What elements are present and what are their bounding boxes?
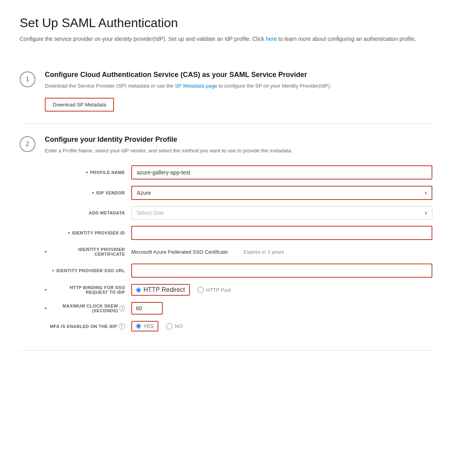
max-clock-input-cell [131,299,432,318]
add-metadata-select-wrapper: Select One ∨ [131,206,432,220]
section-2: 2 Configure your Identity Provider Profi… [20,124,432,347]
idp-cert-label-cell: • IDENTITY PROVIDER CERTIFICATE [45,243,131,260]
section-2-content: Configure your Identity Provider Profile… [45,135,432,335]
idp-sso-label-cell: • IDENTITY PROVIDER SSO URL [45,264,131,278]
mfa-no-option: NO [166,323,183,330]
http-post-radio[interactable] [198,287,204,293]
http-binding-required: • [45,287,47,293]
mfa-no-radio[interactable] [166,323,173,330]
idp-sso-required: • [52,267,54,274]
step-2-number: 2 [26,141,29,148]
http-redirect-option: HTTP Redirect [131,284,190,296]
cert-name: Microsoft Azure Federated SSO Certificat… [131,249,228,255]
section-1-desc: Download the Service Provider (SP) metad… [45,82,432,90]
page-title: Set Up SAML Authentication [20,16,432,30]
section-1-content: Configure Cloud Authentication Service (… [45,71,432,112]
http-redirect-radio[interactable] [136,287,141,293]
idp-sso-input-cell [131,260,432,281]
cert-expiry: Expires in 3 years [244,249,284,255]
add-metadata-select[interactable]: Select One [131,206,432,220]
max-clock-label-cell: • MAXIMUM CLOCK SKEW (SECONDS) i [45,300,131,317]
profile-name-input-cell [131,162,432,183]
http-binding-input-cell: HTTP Redirect HTTP Post [131,281,432,299]
max-clock-required: • [45,305,47,311]
profile-name-label: PROFILE NAME [90,170,125,175]
idp-cert-label: IDENTITY PROVIDER CERTIFICATE [49,247,125,256]
idp-vendor-required: • [92,190,94,196]
mfa-label-with-info: MFA IS ENABLED ON THE IDP i [50,323,125,330]
add-metadata-label: ADD METADATA [89,211,125,215]
mfa-label-cell: MFA IS ENABLED ON THE IDP i [45,319,131,333]
idp-cert-required: • [45,249,47,255]
desc-link[interactable]: here [266,36,277,42]
section-2-title: Configure your Identity Provider Profile [45,135,432,144]
http-binding-radio-group: HTTP Redirect HTTP Post [131,284,432,296]
mfa-yes-option: YES [131,321,158,331]
idp-id-input-cell [131,223,432,243]
step-1-circle: 1 [20,71,35,87]
section-1: 1 Configure Cloud Authentication Service… [20,59,432,124]
profile-name-input[interactable] [131,165,432,179]
s1-desc-1: Download the Service Provider (SP) metad… [45,83,175,89]
idp-sso-url-input[interactable] [131,264,432,278]
idp-sso-label: IDENTITY PROVIDER SSO URL [56,268,125,273]
idp-id-required: • [68,230,70,236]
mfa-input-cell: YES NO [131,318,432,335]
max-clock-info-icon[interactable]: i [119,305,125,311]
cert-row: Microsoft Azure Federated SSO Certificat… [131,249,432,255]
mfa-no-label: NO [175,323,183,329]
step-1-number: 1 [26,76,29,83]
profile-name-label-cell: • PROFILE NAME [45,165,131,179]
desc-text-1: Configure the service provider on your i… [20,36,266,42]
mfa-yes-radio[interactable] [136,324,141,329]
http-post-label: HTTP Post [206,287,231,293]
form-grid: • PROFILE NAME • IDP VENDOR Azure ∨ [45,162,432,335]
mfa-yes-label: YES [143,323,154,329]
http-redirect-label: HTTP Redirect [143,286,185,293]
idp-id-label: IDENTITY PROVIDER ID [72,231,125,235]
max-clock-label-with-info: MAXIMUM CLOCK SKEW (SECONDS) i [49,304,125,313]
idp-vendor-input-cell: Azure ∨ [131,183,432,203]
http-binding-label-cell: • HTTP BINDING FOR SSO REQUEST TO IDP [45,281,131,298]
s1-desc-2: to configure the SP on your Identity Pro… [217,83,331,89]
section-1-title: Configure Cloud Authentication Service (… [45,71,432,79]
idp-vendor-select[interactable]: Azure [131,186,432,200]
page-description: Configure the service provider on your i… [20,35,432,43]
add-metadata-label-cell: ADD METADATA [45,207,131,219]
idp-vendor-select-wrapper: Azure ∨ [131,186,432,200]
mfa-label: MFA IS ENABLED ON THE IDP [50,324,117,329]
mfa-radio-group: YES NO [131,321,432,331]
idp-id-input[interactable] [131,226,432,240]
step-2-circle: 2 [20,136,35,152]
idp-vendor-label: IDP VENDOR [96,190,125,195]
mfa-info-icon[interactable]: i [119,323,125,330]
add-metadata-input-cell: Select One ∨ [131,203,432,223]
idp-vendor-label-cell: • IDP VENDOR [45,186,131,200]
download-sp-metadata-button[interactable]: Download SP Metadata [45,98,114,112]
profile-name-required: • [86,169,88,176]
max-clock-input[interactable] [131,302,163,315]
desc-text-2: to learn more about configuring an authe… [277,36,416,42]
http-post-option: HTTP Post [198,287,231,293]
idp-cert-value-cell: Microsoft Azure Federated SSO Certificat… [131,246,432,258]
idp-id-label-cell: • IDENTITY PROVIDER ID [45,226,131,240]
http-binding-label: HTTP BINDING FOR SSO REQUEST TO IDP [49,285,125,295]
sp-metadata-link[interactable]: SP Metadata page [175,83,217,89]
section-2-desc: Enter a Profile Name, select your IdP ve… [45,147,432,155]
max-clock-label: MAXIMUM CLOCK SKEW (SECONDS) [49,304,118,313]
